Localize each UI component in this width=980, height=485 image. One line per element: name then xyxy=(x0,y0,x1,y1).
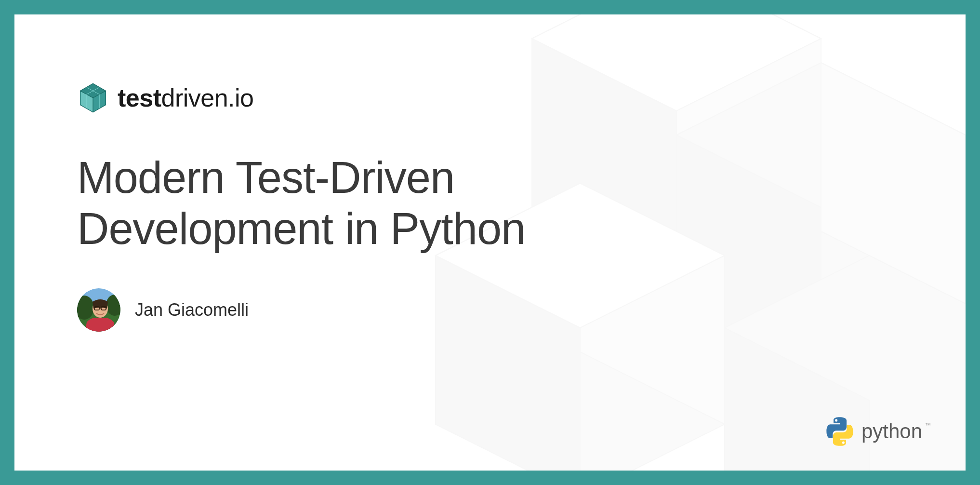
article-title: Modern Test-Driven Development in Python xyxy=(77,152,655,255)
author-byline: Jan Giacomelli xyxy=(77,288,966,332)
svg-point-9 xyxy=(835,419,837,421)
python-badge: python ™ xyxy=(825,417,922,446)
card-body: testdriven.io Modern Test-Driven Develop… xyxy=(14,14,966,471)
testdrivenio-cube-icon xyxy=(77,82,109,114)
svg-point-10 xyxy=(842,442,845,444)
trademark-symbol: ™ xyxy=(925,422,931,429)
brand-name-light: driven.io xyxy=(161,84,253,112)
brand-name-bold: test xyxy=(118,84,161,112)
card-frame: testdriven.io Modern Test-Driven Develop… xyxy=(0,0,980,485)
python-name: python xyxy=(861,420,922,443)
brand-logo: testdriven.io xyxy=(77,82,966,114)
python-logo-icon xyxy=(825,417,855,446)
python-badge-text: python ™ xyxy=(861,420,922,443)
author-name: Jan Giacomelli xyxy=(135,300,249,320)
brand-name: testdriven.io xyxy=(118,83,254,112)
content-area: testdriven.io Modern Test-Driven Develop… xyxy=(14,14,966,332)
author-avatar xyxy=(77,288,120,332)
